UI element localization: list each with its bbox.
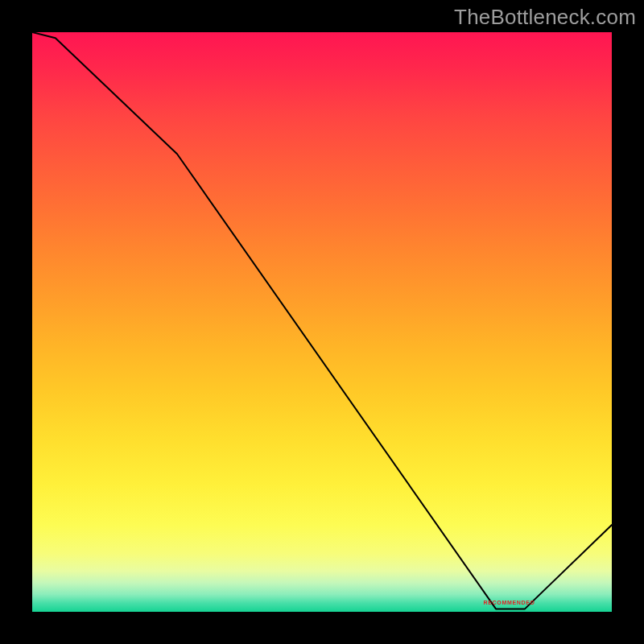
chart-stage: TheBottleneck.com RECOMMENDED <box>0 0 644 644</box>
plot-area: RECOMMENDED <box>32 32 612 612</box>
recommended-label: RECOMMENDED <box>483 600 535 605</box>
background-gradient <box>32 32 612 612</box>
attribution-label: TheBottleneck.com <box>454 5 636 30</box>
